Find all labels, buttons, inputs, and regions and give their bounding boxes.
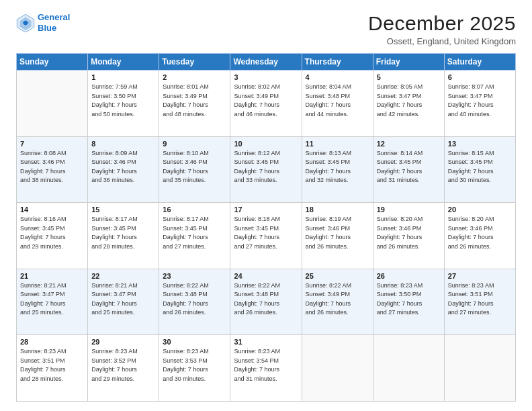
day-info: Sunrise: 8:08 AM Sunset: 3:46 PM Dayligh… [20,149,84,185]
day-number: 19 [377,205,441,214]
day-info: Sunrise: 8:22 AM Sunset: 3:48 PM Dayligh… [234,281,298,318]
day-info: Sunrise: 8:23 AM Sunset: 3:51 PM Dayligh… [448,281,512,318]
calendar-cell: 10Sunrise: 8:12 AM Sunset: 3:45 PM Dayli… [230,136,302,203]
calendar-week-row: 14Sunrise: 8:16 AM Sunset: 3:45 PM Dayli… [17,203,516,269]
day-info: Sunrise: 8:09 AM Sunset: 3:46 PM Dayligh… [91,149,155,185]
day-number: 21 [20,272,84,280]
day-number: 24 [234,272,298,280]
day-number: 2 [163,73,226,81]
day-info: Sunrise: 8:23 AM Sunset: 3:53 PM Dayligh… [163,347,226,383]
day-number: 10 [234,140,298,148]
calendar-weekday-sunday: Sunday [17,54,88,71]
day-info: Sunrise: 8:21 AM Sunset: 3:47 PM Dayligh… [20,281,84,318]
calendar-weekday-monday: Monday [88,54,159,71]
day-info: Sunrise: 8:14 AM Sunset: 3:45 PM Dayligh… [377,149,441,185]
day-number: 11 [306,140,369,148]
day-number: 23 [163,272,226,280]
day-number: 6 [448,73,512,81]
day-number: 14 [20,205,84,214]
calendar-weekday-wednesday: Wednesday [230,54,302,71]
calendar-cell: 7Sunrise: 8:08 AM Sunset: 3:46 PM Daylig… [17,136,88,203]
day-info: Sunrise: 8:12 AM Sunset: 3:45 PM Dayligh… [234,149,298,185]
day-info: Sunrise: 8:17 AM Sunset: 3:45 PM Dayligh… [163,215,226,251]
calendar-cell: 2Sunrise: 8:01 AM Sunset: 3:49 PM Daylig… [159,71,230,137]
calendar-cell: 30Sunrise: 8:23 AM Sunset: 3:53 PM Dayli… [159,335,230,402]
calendar-week-row: 21Sunrise: 8:21 AM Sunset: 3:47 PM Dayli… [17,269,516,335]
calendar-cell: 23Sunrise: 8:22 AM Sunset: 3:48 PM Dayli… [159,269,230,335]
calendar-cell [373,335,444,402]
calendar-cell: 15Sunrise: 8:17 AM Sunset: 3:45 PM Dayli… [88,203,159,269]
calendar-cell: 28Sunrise: 8:23 AM Sunset: 3:51 PM Dayli… [17,335,88,402]
day-info: Sunrise: 8:02 AM Sunset: 3:49 PM Dayligh… [234,83,298,119]
day-number: 4 [306,73,369,81]
calendar-weekday-saturday: Saturday [444,54,515,71]
calendar-cell: 3Sunrise: 8:02 AM Sunset: 3:49 PM Daylig… [230,71,302,137]
day-number: 16 [163,205,226,214]
day-number: 9 [163,140,226,148]
logo-text: General Blue [38,12,70,33]
calendar-cell: 6Sunrise: 8:07 AM Sunset: 3:47 PM Daylig… [444,71,515,137]
day-info: Sunrise: 8:20 AM Sunset: 3:46 PM Dayligh… [448,215,512,251]
calendar-week-row: 7Sunrise: 8:08 AM Sunset: 3:46 PM Daylig… [17,136,516,203]
calendar-cell: 14Sunrise: 8:16 AM Sunset: 3:45 PM Dayli… [17,203,88,269]
day-number: 7 [20,140,84,148]
logo-blue: Blue [38,23,56,33]
day-info: Sunrise: 7:59 AM Sunset: 3:50 PM Dayligh… [91,83,155,119]
calendar-cell: 21Sunrise: 8:21 AM Sunset: 3:47 PM Dayli… [17,269,88,335]
day-number: 17 [234,205,298,214]
calendar-cell: 12Sunrise: 8:14 AM Sunset: 3:45 PM Dayli… [373,136,444,203]
calendar-cell [302,335,373,402]
day-number: 30 [163,338,226,346]
day-number: 20 [448,205,512,214]
calendar-cell: 16Sunrise: 8:17 AM Sunset: 3:45 PM Dayli… [159,203,230,269]
calendar-cell: 5Sunrise: 8:05 AM Sunset: 3:47 PM Daylig… [373,71,444,137]
day-number: 1 [91,73,155,81]
day-info: Sunrise: 8:23 AM Sunset: 3:50 PM Dayligh… [377,281,441,318]
day-info: Sunrise: 8:07 AM Sunset: 3:47 PM Dayligh… [448,83,512,119]
calendar-cell: 11Sunrise: 8:13 AM Sunset: 3:45 PM Dayli… [302,136,373,203]
calendar-cell: 20Sunrise: 8:20 AM Sunset: 3:46 PM Dayli… [444,203,515,269]
calendar-weekday-thursday: Thursday [302,54,373,71]
day-number: 18 [306,205,369,214]
day-info: Sunrise: 8:23 AM Sunset: 3:51 PM Dayligh… [20,347,84,383]
calendar-cell: 31Sunrise: 8:23 AM Sunset: 3:54 PM Dayli… [230,335,302,402]
calendar-cell: 27Sunrise: 8:23 AM Sunset: 3:51 PM Dayli… [444,269,515,335]
header: General Blue December 2025 Ossett, Engla… [16,12,516,46]
day-number: 28 [20,338,84,346]
calendar-cell [444,335,515,402]
day-number: 31 [234,338,298,346]
day-info: Sunrise: 8:22 AM Sunset: 3:48 PM Dayligh… [163,281,226,318]
day-info: Sunrise: 8:04 AM Sunset: 3:48 PM Dayligh… [306,83,369,119]
day-number: 12 [377,140,441,148]
calendar-cell [17,71,88,137]
calendar-cell: 22Sunrise: 8:21 AM Sunset: 3:47 PM Dayli… [88,269,159,335]
day-number: 8 [91,140,155,148]
day-number: 27 [448,272,512,280]
day-number: 29 [91,338,155,346]
day-info: Sunrise: 8:20 AM Sunset: 3:46 PM Dayligh… [377,215,441,251]
day-info: Sunrise: 8:10 AM Sunset: 3:46 PM Dayligh… [163,149,226,185]
day-info: Sunrise: 8:05 AM Sunset: 3:47 PM Dayligh… [377,83,441,119]
calendar-cell: 25Sunrise: 8:22 AM Sunset: 3:49 PM Dayli… [302,269,373,335]
calendar-cell: 13Sunrise: 8:15 AM Sunset: 3:45 PM Dayli… [444,136,515,203]
calendar-cell: 17Sunrise: 8:18 AM Sunset: 3:45 PM Dayli… [230,203,302,269]
calendar-cell: 9Sunrise: 8:10 AM Sunset: 3:46 PM Daylig… [159,136,230,203]
calendar-cell: 4Sunrise: 8:04 AM Sunset: 3:48 PM Daylig… [302,71,373,137]
calendar-weekday-friday: Friday [373,54,444,71]
day-info: Sunrise: 8:17 AM Sunset: 3:45 PM Dayligh… [91,215,155,251]
day-info: Sunrise: 8:23 AM Sunset: 3:52 PM Dayligh… [91,347,155,383]
page: General Blue December 2025 Ossett, Engla… [0,0,532,411]
day-info: Sunrise: 8:19 AM Sunset: 3:46 PM Dayligh… [306,215,369,251]
day-info: Sunrise: 8:16 AM Sunset: 3:45 PM Dayligh… [20,215,84,251]
day-info: Sunrise: 8:21 AM Sunset: 3:47 PM Dayligh… [91,281,155,318]
day-info: Sunrise: 8:13 AM Sunset: 3:45 PM Dayligh… [306,149,369,185]
day-number: 3 [234,73,298,81]
calendar-cell: 26Sunrise: 8:23 AM Sunset: 3:50 PM Dayli… [373,269,444,335]
calendar-cell: 1Sunrise: 7:59 AM Sunset: 3:50 PM Daylig… [88,71,159,137]
day-info: Sunrise: 8:18 AM Sunset: 3:45 PM Dayligh… [234,215,298,251]
logo: General Blue [16,12,70,33]
logo-general: General [38,12,70,22]
calendar-week-row: 1Sunrise: 7:59 AM Sunset: 3:50 PM Daylig… [17,71,516,137]
day-number: 22 [91,272,155,280]
calendar-cell: 29Sunrise: 8:23 AM Sunset: 3:52 PM Dayli… [88,335,159,402]
